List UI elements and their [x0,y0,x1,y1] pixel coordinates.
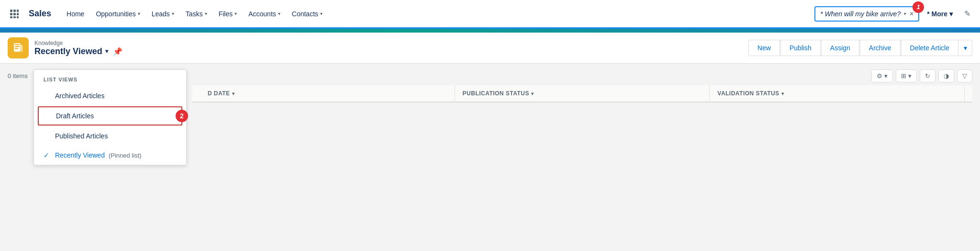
archive-button[interactable]: Archive [860,40,901,56]
nav-opportunities-label: Opportunities [96,10,135,18]
refresh-icon: ↻ [925,72,930,80]
grid-icon[interactable] [6,5,23,23]
module-name: Knowledge [34,40,122,46]
svg-rect-7 [13,16,16,18]
list-item-draft[interactable]: Draft Articles 2 [38,106,182,126]
pinned-label: (Pinned list) [109,152,142,159]
nav-more-label: * More [927,10,947,18]
close-tab-button[interactable]: ✕ [909,11,913,17]
nav-tasks-label: Tasks [186,10,203,18]
draft-articles-label: Draft Articles [56,112,94,120]
svg-rect-0 [10,10,12,12]
nav-files-label: Files [219,10,233,18]
published-articles-label: Published Articles [55,132,108,140]
svg-rect-6 [10,16,12,18]
view-selector[interactable]: Recently Viewed ▾ 📌 [34,46,122,57]
nav-contacts-label: Contacts [292,10,318,18]
svg-rect-3 [10,13,12,15]
toolbar-row: Knowledge Recently Viewed ▾ 📌 New Publis… [0,33,980,64]
new-button[interactable]: New [748,40,780,56]
nav-items: Home Opportunities ▾ Leads ▾ Tasks ▾ Fil… [61,6,811,22]
svg-rect-13 [21,45,22,52]
nav-leads-label: Leads [152,10,170,18]
view-name: Recently Viewed [34,46,102,57]
chart-icon: ◑ [944,72,949,80]
knowledge-module-icon [8,37,29,58]
chevron-down-icon: ▾ [949,10,953,18]
list-views-header: LIST VIEWS [34,70,186,86]
svg-rect-11 [15,46,20,47]
columns-button[interactable]: ⊞ ▾ [896,69,917,82]
chevron-down-icon: ▾ [232,91,234,96]
svg-rect-1 [13,10,16,12]
col-validation-label: Validation Status [717,90,779,97]
svg-rect-2 [17,10,19,12]
svg-rect-12 [15,48,18,49]
table-tools-row: ⚙ ▾ ⊞ ▾ ↻ ◑ ▽ [192,69,972,82]
nav-item-tasks[interactable]: Tasks ▾ [180,6,213,22]
breadcrumb-area: Knowledge Recently Viewed ▾ 📌 [34,40,122,57]
chevron-down-icon: ▾ [278,11,280,16]
chevron-down-icon: ▾ [105,48,108,55]
charts-button[interactable]: ◑ [938,69,954,82]
recently-viewed-label: Recently Viewed [55,151,105,159]
step-badge-2: 2 [176,110,188,122]
chevron-down-icon: ▾ [234,11,237,16]
col-publication-label: Publication Status [463,90,529,97]
list-views-dropdown: LIST VIEWS Archived Articles Draft Artic… [33,69,187,165]
col-header-validation-status[interactable]: Validation Status ▾ [710,85,965,102]
chevron-down-icon: ▾ [138,11,140,16]
chevron-down-icon: ▾ [531,91,534,96]
content-area: 0 items LIST VIEWS Archived Articles Dra… [0,64,980,171]
archived-articles-label: Archived Articles [55,92,104,100]
chevron-down-icon: ▾ [884,72,888,80]
items-count: 0 items [8,69,28,80]
nav-item-opportunities[interactable]: Opportunities ▾ [90,6,145,22]
chevron-down-icon: ▾ [781,91,784,96]
list-item-archived[interactable]: Archived Articles [34,86,186,105]
chevron-down-icon: ▾ [908,72,912,80]
svg-rect-4 [13,13,16,15]
app-name[interactable]: Sales [25,9,55,19]
step-badge-1: 1 [913,1,924,13]
chevron-down-icon: ▾ [172,11,174,16]
gear-icon: ⚙ [877,72,882,80]
publish-button[interactable]: Publish [780,40,821,56]
svg-rect-8 [17,16,19,18]
assign-button[interactable]: Assign [821,40,859,56]
edit-icon[interactable]: ✎ [960,5,974,22]
table-area: ⚙ ▾ ⊞ ▾ ↻ ◑ ▽ d Da [192,69,972,103]
chevron-down-icon: ▾ [903,11,906,16]
chevron-down-icon: ▾ [205,11,207,16]
delete-article-button[interactable]: Delete Article [901,40,958,56]
column-headers: d Date ▾ Publication Status ▾ Validation… [192,85,972,103]
col-date-label: d Date [208,90,230,97]
nav-bar: Sales Home Opportunities ▾ Leads ▾ Tasks… [0,0,980,29]
svg-rect-10 [15,44,20,45]
check-icon: ✓ [44,151,51,159]
nav-item-home[interactable]: Home [61,6,90,22]
nav-item-contacts[interactable]: Contacts ▾ [286,6,328,22]
filter-button[interactable]: ▽ [957,69,972,82]
nav-item-leads[interactable]: Leads ▾ [146,6,180,22]
col-header-date[interactable]: d Date ▾ [200,85,455,102]
nav-item-accounts[interactable]: Accounts ▾ [243,6,286,22]
pin-icon: 📌 [113,47,122,56]
refresh-button[interactable]: ↻ [920,69,935,82]
list-item-published[interactable]: Published Articles [34,126,186,146]
settings-button[interactable]: ⚙ ▾ [871,69,893,82]
list-item-recently-viewed[interactable]: ✓ Recently Viewed (Pinned list) [34,146,186,165]
actions-dropdown-button[interactable]: ▾ [959,40,972,56]
toolbar-actions: New Publish Assign Archive Delete Articl… [748,40,972,56]
chevron-down-icon: ▾ [320,11,323,16]
nav-item-files[interactable]: Files ▾ [213,6,243,22]
nav-gradient-divider [0,29,980,33]
svg-rect-5 [17,13,19,15]
columns-icon: ⊞ [901,72,906,80]
active-tab-label: * When will my bike arrive? [820,10,901,18]
nav-active-tab[interactable]: * When will my bike arrive? ▾ ✕ 1 [814,6,919,22]
nav-more-button[interactable]: * More ▾ [921,6,958,22]
filter-icon: ▽ [962,72,967,80]
col-header-publication-status[interactable]: Publication Status ▾ [455,85,710,102]
main-content: Knowledge Recently Viewed ▾ 📌 New Publis… [0,33,980,171]
